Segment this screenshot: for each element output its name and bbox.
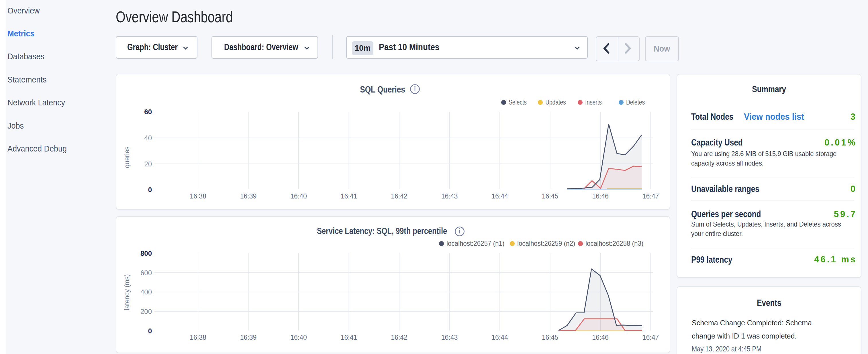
svg-text:800: 800: [141, 250, 152, 257]
svg-text:60: 60: [144, 108, 152, 116]
svg-text:16:42: 16:42: [391, 192, 407, 200]
svg-text:16:47: 16:47: [643, 334, 659, 341]
svg-text:16:41: 16:41: [341, 334, 358, 341]
svg-text:16:45: 16:45: [542, 334, 559, 341]
svg-text:16:45: 16:45: [542, 192, 559, 200]
svg-text:16:41: 16:41: [341, 192, 358, 200]
svg-text:16:39: 16:39: [240, 192, 257, 200]
svg-text:600: 600: [141, 269, 152, 277]
svg-text:queries: queries: [123, 147, 131, 168]
svg-text:20: 20: [144, 160, 152, 168]
svg-text:16:38: 16:38: [190, 192, 206, 200]
svg-text:40: 40: [144, 134, 152, 142]
svg-text:16:47: 16:47: [643, 192, 659, 200]
svg-text:16:44: 16:44: [492, 334, 508, 341]
svg-text:16:46: 16:46: [592, 192, 609, 200]
svg-text:0: 0: [148, 327, 152, 335]
svg-text:16:43: 16:43: [441, 192, 458, 200]
svg-text:400: 400: [141, 288, 152, 296]
svg-text:16:40: 16:40: [290, 334, 307, 341]
svg-text:16:39: 16:39: [240, 334, 257, 341]
svg-text:0: 0: [148, 186, 152, 194]
svg-text:16:38: 16:38: [190, 334, 206, 341]
svg-text:16:46: 16:46: [592, 334, 609, 341]
svg-text:latency (ms): latency (ms): [123, 274, 131, 310]
svg-text:200: 200: [141, 308, 152, 315]
svg-text:16:43: 16:43: [441, 334, 458, 341]
svg-text:16:44: 16:44: [492, 192, 508, 200]
svg-text:16:42: 16:42: [391, 334, 407, 341]
svg-text:16:40: 16:40: [290, 192, 307, 200]
